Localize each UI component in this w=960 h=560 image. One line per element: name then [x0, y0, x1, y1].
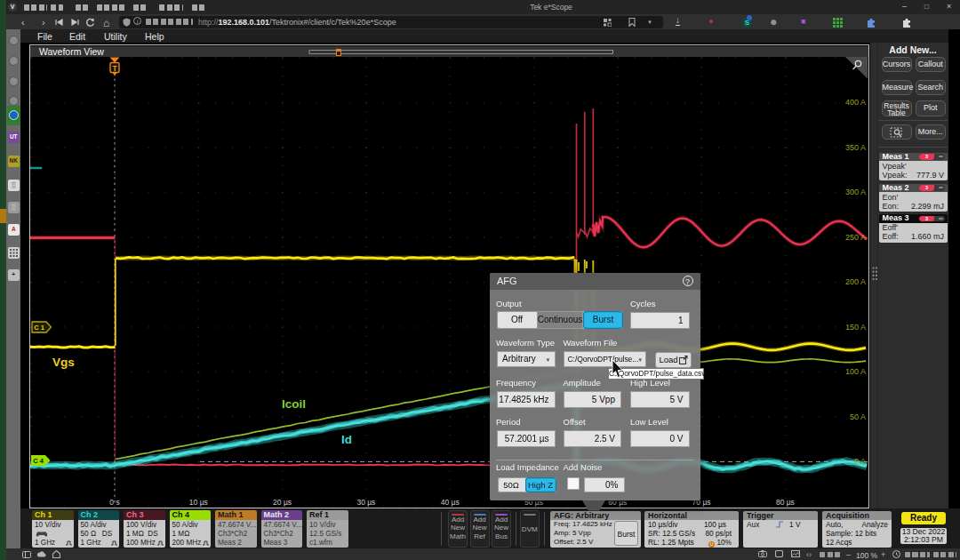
svg-text:250 A: 250 A [845, 233, 866, 242]
svg-text:Vgs: Vgs [52, 356, 75, 369]
svg-text:10 µs: 10 µs [189, 498, 208, 507]
svg-text:150 A: 150 A [845, 323, 866, 332]
svg-text:T: T [112, 64, 117, 73]
svg-text:80 µs: 80 µs [776, 498, 795, 507]
svg-text:400 A: 400 A [845, 98, 866, 107]
svg-text:100 A: 100 A [845, 367, 866, 376]
svg-text:350 A: 350 A [845, 143, 866, 152]
svg-text:Id: Id [341, 433, 352, 446]
svg-text:C 1: C 1 [34, 324, 44, 332]
svg-text:0 A: 0 A [854, 457, 866, 466]
svg-text:50 A: 50 A [850, 412, 866, 421]
svg-text:30 µs: 30 µs [356, 498, 375, 507]
svg-text:Icoil: Icoil [282, 397, 306, 411]
svg-text:0 s: 0 s [109, 498, 119, 507]
svg-text:300 A: 300 A [845, 188, 866, 196]
svg-text:40 µs: 40 µs [441, 498, 460, 507]
svg-text:200 A: 200 A [845, 277, 866, 286]
svg-text:C 4: C 4 [33, 457, 44, 465]
svg-text:20 µs: 20 µs [273, 498, 292, 507]
